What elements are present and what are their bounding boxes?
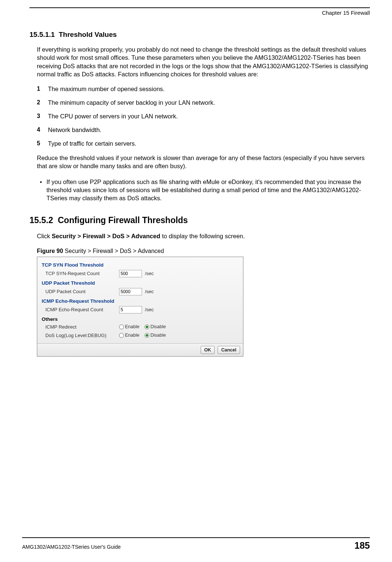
section-title: Configuring Firewall Thresholds xyxy=(58,215,188,225)
cancel-button[interactable]: Cancel xyxy=(218,346,240,354)
subsection-title: Threshold Values xyxy=(59,31,117,38)
icmp-echo-unit: /sec xyxy=(145,307,154,312)
list-num: 2 xyxy=(37,99,48,106)
icmp-redirect-enable-radio[interactable] xyxy=(119,325,124,329)
figure-label: Figure 90 xyxy=(37,248,63,254)
click-pre: Click xyxy=(37,233,52,239)
numbered-list: 1 The maximum number of opened sessions.… xyxy=(37,86,370,147)
row-icmp-echo: ICMP Echo-Request Count /sec xyxy=(45,306,239,313)
tcp-syn-unit: /sec xyxy=(145,271,154,276)
icmp-echo-input[interactable] xyxy=(119,306,142,313)
list-text: The minimum capacity of server backlog i… xyxy=(48,99,215,106)
bullet-item: • If you often use P2P applications such… xyxy=(40,178,370,202)
disable-label: Disable xyxy=(150,333,166,338)
panel-footer: OK Cancel xyxy=(37,343,243,356)
icmp-redirect-label: ICMP Redirect xyxy=(45,324,119,330)
row-icmp-redirect: ICMP Redirect Enable Disable xyxy=(45,324,239,330)
group-icmp-echo: ICMP Echo-Request Threshold xyxy=(42,298,239,304)
tcp-syn-label: TCP SYN-Request Count xyxy=(45,271,119,276)
enable-label: Enable xyxy=(125,333,139,338)
section-number: 15.5.2 xyxy=(30,215,53,225)
tcp-syn-input[interactable] xyxy=(119,270,142,277)
subsection-heading: 15.5.1.1 Threshold Values xyxy=(30,31,370,39)
udp-label: UDP Packet Count xyxy=(45,289,119,294)
disable-label: Disable xyxy=(150,324,166,329)
list-item: 3 The CPU power of servers in your LAN n… xyxy=(37,113,370,120)
page-number: 185 xyxy=(354,540,370,551)
click-post: to display the following screen. xyxy=(160,233,245,239)
list-item: 4 Network bandwidth. xyxy=(37,126,370,133)
row-tcp-syn: TCP SYN-Request Count /sec xyxy=(45,270,239,277)
list-text: The CPU power of servers in your LAN net… xyxy=(48,113,178,120)
chapter-header: Chapter 15 Firewall xyxy=(30,10,370,16)
list-item: 2 The minimum capacity of server backlog… xyxy=(37,99,370,106)
icmp-echo-label: ICMP Echo-Request Count xyxy=(45,307,119,312)
reduce-paragraph: Reduce the threshold values if your netw… xyxy=(37,154,370,170)
dos-log-label: DoS Log(Log Level:DEBUG) xyxy=(45,333,119,338)
list-item: 1 The maximum number of opened sessions. xyxy=(37,86,370,93)
list-text: The maximum number of opened sessions. xyxy=(48,86,164,93)
click-instruction: Click Security > Firewall > DoS > Advanc… xyxy=(37,232,370,240)
list-text: Network bandwidth. xyxy=(48,126,101,133)
group-udp: UDP Packet Threshold xyxy=(42,280,239,286)
bullet-text: If you often use P2P applications such a… xyxy=(46,178,370,202)
nav-path: Security > Firewall > DoS > Advanced xyxy=(52,233,160,239)
dos-log-enable-radio[interactable] xyxy=(119,333,124,338)
list-num: 1 xyxy=(37,86,48,93)
list-num: 4 xyxy=(37,126,48,133)
dos-log-disable-radio[interactable] xyxy=(145,333,149,338)
figure-caption: Figure 90 Security > Firewall > DoS > Ad… xyxy=(37,248,370,254)
subsection-number: 15.5.1.1 xyxy=(30,31,55,38)
list-num: 5 xyxy=(37,140,48,147)
guide-name: AMG1302/AMG1202-TSeries User's Guide xyxy=(22,544,121,550)
section-heading: 15.5.2 Configuring Firewall Thresholds xyxy=(30,215,370,225)
bullet-icon: • xyxy=(40,178,46,202)
list-item: 5 Type of traffic for certain servers. xyxy=(37,140,370,147)
udp-unit: /sec xyxy=(145,289,154,294)
row-dos-log: DoS Log(Log Level:DEBUG) Enable Disable xyxy=(45,333,239,338)
page-footer: AMG1302/AMG1202-TSeries User's Guide 185 xyxy=(22,537,370,551)
intro-paragraph: If everything is working properly, you p… xyxy=(37,45,370,78)
icmp-redirect-disable-radio[interactable] xyxy=(145,325,149,329)
list-num: 3 xyxy=(37,113,48,120)
udp-input[interactable] xyxy=(119,288,142,295)
list-text: Type of traffic for certain servers. xyxy=(48,140,136,147)
dos-advanced-panel: TCP SYN Flood Threshold TCP SYN-Request … xyxy=(37,257,243,357)
group-others: Others xyxy=(42,316,239,322)
enable-label: Enable xyxy=(125,324,139,329)
group-tcp-syn: TCP SYN Flood Threshold xyxy=(42,262,239,268)
figure-title: Security > Firewall > DoS > Advanced xyxy=(63,248,164,254)
ok-button[interactable]: OK xyxy=(201,346,215,354)
row-udp: UDP Packet Count /sec xyxy=(45,288,239,295)
